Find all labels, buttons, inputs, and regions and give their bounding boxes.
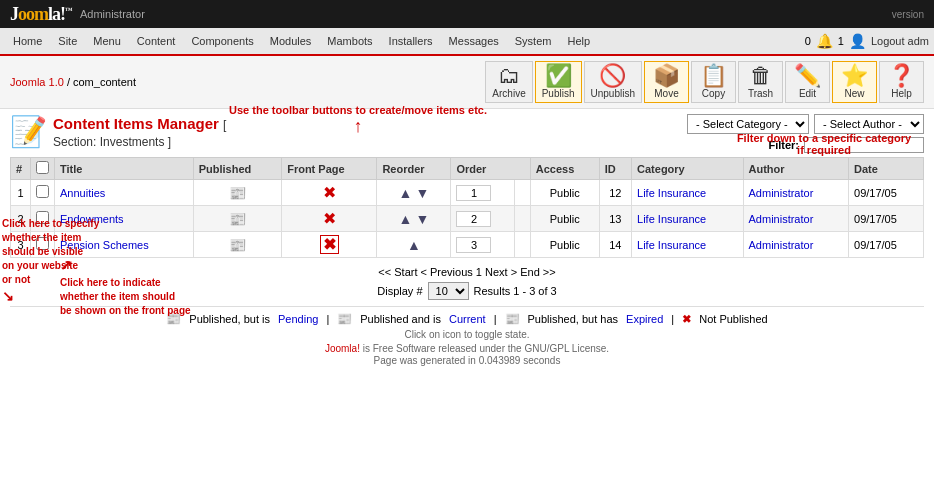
row1-author-link[interactable]: Administrator bbox=[749, 187, 814, 199]
row2-access: Public bbox=[530, 206, 599, 232]
select-all-checkbox[interactable] bbox=[36, 161, 49, 174]
toolbar-buttons: 🗂 Archive ✅ Publish 🚫 Unpublish 📦 Move 📋… bbox=[485, 61, 924, 103]
nav-site[interactable]: Site bbox=[50, 31, 85, 51]
row3-author-link[interactable]: Administrator bbox=[749, 239, 814, 251]
row3-order-input[interactable] bbox=[456, 237, 491, 253]
row2-reorder-up[interactable]: ▲ bbox=[399, 211, 413, 227]
left-annotation-2: ↗ Click here to indicatewhether the item… bbox=[60, 256, 220, 318]
move-button[interactable]: 📦 Move bbox=[644, 61, 689, 103]
edit-button[interactable]: ✏️ Edit bbox=[785, 61, 830, 103]
trash-button[interactable]: 🗑 Trash bbox=[738, 61, 783, 103]
row2-date: 09/17/05 bbox=[849, 206, 924, 232]
row1-save-cell bbox=[515, 180, 530, 206]
row2-reorder-down[interactable]: ▼ bbox=[415, 211, 429, 227]
row3-frontpage-icon[interactable]: ✖ bbox=[320, 235, 339, 254]
nav-installers[interactable]: Installers bbox=[381, 31, 441, 51]
row3-category-link[interactable]: Life Insurance bbox=[637, 239, 706, 251]
row2-order-input[interactable] bbox=[456, 211, 491, 227]
publish-button[interactable]: ✅ Publish bbox=[535, 61, 582, 103]
row1-author-cell: Administrator bbox=[743, 180, 848, 206]
copy-button[interactable]: 📋 Copy bbox=[691, 61, 736, 103]
row3-order-cell bbox=[451, 232, 515, 258]
display-select[interactable]: 10 20 50 bbox=[428, 282, 469, 300]
row2-frontpage-cell: ✖ bbox=[282, 206, 377, 232]
legend-icon-notpub: ✖ bbox=[682, 313, 691, 326]
unpublish-label: Unpublish bbox=[591, 88, 635, 99]
joomla-link[interactable]: Joomla! bbox=[325, 343, 360, 354]
archive-button[interactable]: 🗂 Archive bbox=[485, 61, 532, 103]
nav-system[interactable]: System bbox=[507, 31, 560, 51]
row2-author-cell: Administrator bbox=[743, 206, 848, 232]
row1-published-icon[interactable]: 📰 bbox=[229, 185, 246, 201]
breadcrumb: Joomla 1.0 / com_content bbox=[10, 76, 136, 88]
row3-category-cell: Life Insurance bbox=[632, 232, 743, 258]
row1-order-cell bbox=[451, 180, 515, 206]
legend-sep3: | bbox=[671, 313, 674, 325]
legend-link-expired[interactable]: Expired bbox=[626, 313, 663, 325]
row3-id: 14 bbox=[599, 232, 631, 258]
row1-order-input[interactable] bbox=[456, 185, 491, 201]
breadcrumb-joomla[interactable]: Joomla 1.0 bbox=[10, 76, 64, 88]
row1-published-cell: 📰 bbox=[193, 180, 281, 206]
page-icon: 📝 bbox=[10, 114, 47, 149]
row3-reorder-cell: ▲ bbox=[377, 232, 451, 258]
row3-published-icon[interactable]: 📰 bbox=[229, 237, 246, 253]
row1-id: 12 bbox=[599, 180, 631, 206]
unpublish-button[interactable]: 🚫 Unpublish bbox=[584, 61, 642, 103]
row2-published-icon[interactable]: 📰 bbox=[229, 211, 246, 227]
nav-components[interactable]: Components bbox=[183, 31, 261, 51]
legend-sep2: | bbox=[494, 313, 497, 325]
row2-category-link[interactable]: Life Insurance bbox=[637, 213, 706, 225]
row2-published-cell: 📰 bbox=[193, 206, 281, 232]
footer-generated: Page was generated in 0.043989 seconds bbox=[10, 355, 924, 366]
nav-content[interactable]: Content bbox=[129, 31, 184, 51]
content-area: 📝 Content Items Manager [ Section: Inves… bbox=[0, 109, 934, 371]
logo: Joomla!™ bbox=[10, 4, 72, 25]
row3-save-cell bbox=[515, 232, 530, 258]
nav-menu[interactable]: Menu bbox=[85, 31, 129, 51]
row1-checkbox[interactable] bbox=[36, 185, 49, 198]
toolbar-annotation: Use the toolbar buttons to create/move i… bbox=[229, 104, 487, 137]
toggle-hint: Click on icon to toggle state. bbox=[10, 329, 924, 340]
row2-author-link[interactable]: Administrator bbox=[749, 213, 814, 225]
nav-modules[interactable]: Modules bbox=[262, 31, 320, 51]
legend-text-expired: Published, but has bbox=[528, 313, 619, 325]
row1-category-link[interactable]: Life Insurance bbox=[637, 187, 706, 199]
nav-mambots[interactable]: Mambots bbox=[319, 31, 380, 51]
legend-link-pending[interactable]: Pending bbox=[278, 313, 318, 325]
legend-text-current: Published and is bbox=[360, 313, 441, 325]
table-row: 1 Annuities 📰 ✖ ▲ ▼ Public bbox=[11, 180, 924, 206]
new-button[interactable]: ⭐ New bbox=[832, 61, 877, 103]
edit-icon: ✏️ bbox=[794, 65, 821, 87]
help-button[interactable]: ❓ Help bbox=[879, 61, 924, 103]
row1-reorder-up[interactable]: ▲ bbox=[399, 185, 413, 201]
help-icon: ❓ bbox=[888, 65, 915, 87]
archive-icon: 🗂 bbox=[498, 65, 520, 87]
nav-left: Home Site Menu Content Components Module… bbox=[5, 31, 598, 51]
new-label: New bbox=[844, 88, 864, 99]
logout-label[interactable]: Logout adm bbox=[871, 35, 929, 47]
archive-label: Archive bbox=[492, 88, 525, 99]
row1-reorder-down[interactable]: ▼ bbox=[415, 185, 429, 201]
row2-frontpage-icon[interactable]: ✖ bbox=[323, 210, 336, 227]
legend-icon-expired: 📰 bbox=[505, 312, 520, 326]
author-select[interactable]: - Select Author - bbox=[814, 114, 924, 134]
row1-title-link[interactable]: Annuities bbox=[60, 187, 105, 199]
category-select[interactable]: - Select Category - bbox=[687, 114, 809, 134]
nav-home[interactable]: Home bbox=[5, 31, 50, 51]
nav-bar: Home Site Menu Content Components Module… bbox=[0, 28, 934, 56]
nav-messages[interactable]: Messages bbox=[441, 31, 507, 51]
row1-num: 1 bbox=[11, 180, 31, 206]
row1-category-cell: Life Insurance bbox=[632, 180, 743, 206]
th-num: # bbox=[11, 158, 31, 180]
breadcrumb-path: / com_content bbox=[67, 76, 136, 88]
legend-link-current[interactable]: Current bbox=[449, 313, 486, 325]
row1-frontpage-icon[interactable]: ✖ bbox=[323, 184, 336, 201]
copy-icon: 📋 bbox=[700, 65, 727, 87]
row1-title-cell: Annuities bbox=[55, 180, 194, 206]
nav-help[interactable]: Help bbox=[559, 31, 598, 51]
row1-check-cell bbox=[31, 180, 55, 206]
row3-reorder-up[interactable]: ▲ bbox=[407, 237, 421, 253]
publish-label: Publish bbox=[542, 88, 575, 99]
toolbar-area: Joomla 1.0 / com_content 🗂 Archive ✅ Pub… bbox=[0, 56, 934, 109]
